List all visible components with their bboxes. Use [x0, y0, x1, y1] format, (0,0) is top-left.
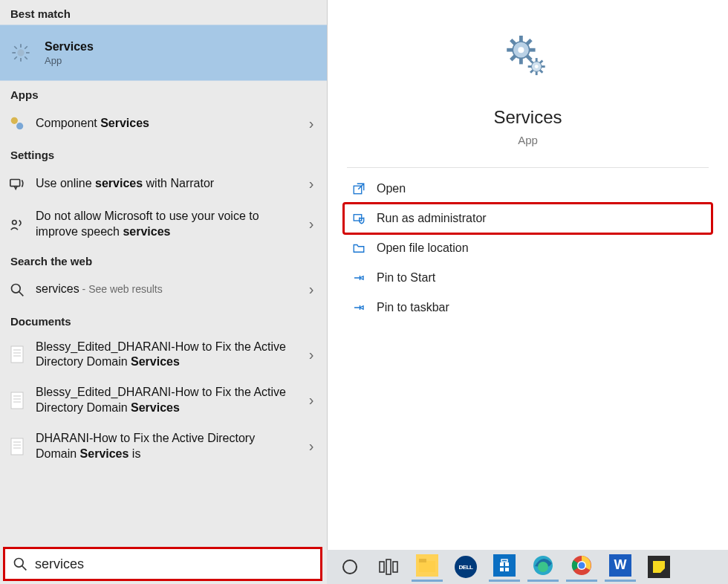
- search-icon: [7, 280, 27, 299]
- svg-line-35: [510, 40, 515, 45]
- action-pin-tb[interactable]: Pin to taskbar: [344, 293, 712, 322]
- svg-line-5: [14, 46, 17, 49]
- chevron-right-icon: ›: [305, 215, 318, 233]
- preview-panel: Services App OpenRun as administratorOpe…: [327, 0, 728, 550]
- document-result[interactable]: Blessy_Edited_DHARANI-How to Fix the Act…: [0, 332, 327, 378]
- results-area: Best match Services App Apps Component S…: [0, 0, 327, 584]
- chevron-right-icon: ›: [305, 438, 318, 455]
- document-result[interactable]: Blessy_Edited_DHARANI-How to Fix the Act…: [0, 377, 327, 424]
- chevron-right-icon: ›: [305, 346, 318, 363]
- taskbar-task-view[interactable]: [373, 552, 404, 582]
- svg-rect-52: [380, 562, 384, 572]
- svg-rect-57: [500, 562, 504, 566]
- search-box[interactable]: [3, 547, 322, 581]
- best-match-item[interactable]: Services App: [0, 25, 327, 81]
- setting-speech-services[interactable]: Do not allow Microsoft to use your voice…: [0, 201, 327, 247]
- taskbar-ms-store[interactable]: [489, 552, 520, 582]
- open-icon: [351, 181, 366, 196]
- pin-start-icon: [351, 270, 366, 285]
- svg-rect-61: [501, 559, 507, 562]
- svg-rect-15: [11, 346, 23, 363]
- search-input[interactable]: [35, 557, 313, 572]
- taskbar-cortana[interactable]: [334, 552, 365, 582]
- preview-title: Services: [328, 107, 728, 128]
- chevron-right-icon: ›: [305, 115, 318, 132]
- preview-sub: App: [328, 134, 728, 146]
- svg-line-28: [22, 566, 27, 571]
- svg-point-51: [343, 560, 357, 574]
- taskbar-word[interactable]: W: [605, 552, 636, 582]
- narrator-icon: [7, 174, 27, 193]
- taskbar: DELL W: [327, 550, 728, 584]
- action-label: Pin to taskbar: [377, 301, 449, 314]
- speech-privacy-icon: [7, 215, 27, 234]
- setting-label: Do not allow Microsoft to use your voice…: [36, 209, 296, 240]
- taskbar-chrome[interactable]: [566, 552, 597, 582]
- apps-header: Apps: [0, 81, 327, 106]
- action-label: Run as administrator: [377, 212, 487, 225]
- svg-line-7: [25, 46, 27, 49]
- document-icon: [7, 391, 27, 410]
- action-open[interactable]: Open: [344, 174, 712, 204]
- search-icon: [13, 557, 27, 571]
- svg-rect-50: [354, 215, 362, 221]
- document-icon: [7, 437, 27, 456]
- app-result-component-services[interactable]: Component Services ›: [0, 106, 327, 141]
- svg-rect-58: [505, 562, 509, 566]
- action-label: Pin to Start: [377, 271, 435, 285]
- best-match-text: Services App: [45, 40, 94, 66]
- best-match-sub: App: [45, 55, 94, 66]
- component-services-icon: [7, 114, 27, 133]
- taskbar-sticky-notes[interactable]: [643, 552, 675, 582]
- svg-line-36: [527, 56, 531, 60]
- action-admin[interactable]: Run as administrator: [344, 204, 712, 233]
- svg-line-8: [14, 56, 17, 59]
- start-search-panel: Best match Services App Apps Component S…: [0, 0, 327, 584]
- svg-line-45: [530, 60, 533, 62]
- svg-line-48: [530, 70, 533, 72]
- document-label: DHARANI-How to Fix the Active Directory …: [36, 431, 296, 462]
- document-result[interactable]: DHARANI-How to Fix the Active Directory …: [0, 424, 327, 470]
- web-search-label: services - See web results: [36, 282, 296, 297]
- documents-header: Documents: [0, 308, 327, 332]
- pin-tb-icon: [351, 300, 366, 315]
- taskbar-dell[interactable]: DELL: [450, 552, 481, 582]
- svg-rect-55: [419, 561, 435, 572]
- app-result-label: Component Services: [36, 116, 296, 132]
- services-large-icon: [498, 30, 558, 89]
- svg-rect-56: [419, 559, 426, 562]
- action-label: Open file location: [377, 241, 469, 255]
- best-match-header: Best match: [0, 0, 327, 25]
- chevron-right-icon: ›: [305, 281, 318, 298]
- taskbar-file-explorer[interactable]: [412, 552, 443, 582]
- web-search-item[interactable]: services - See web results ›: [0, 272, 327, 308]
- svg-point-30: [518, 47, 524, 53]
- svg-line-47: [540, 60, 542, 62]
- svg-line-6: [25, 56, 27, 59]
- svg-rect-11: [10, 180, 20, 186]
- svg-line-38: [510, 56, 515, 60]
- svg-point-27: [15, 559, 24, 568]
- document-label: Blessy_Edited_DHARANI-How to Fix the Act…: [36, 385, 296, 416]
- chevron-right-icon: ›: [305, 175, 318, 192]
- folder-icon: [351, 241, 366, 256]
- chevron-right-icon: ›: [305, 392, 318, 409]
- web-header: Search the web: [0, 247, 327, 272]
- setting-narrator-services[interactable]: Use online services with Narrator ›: [0, 166, 327, 201]
- setting-label: Use online services with Narrator: [36, 176, 296, 192]
- svg-point-40: [534, 65, 538, 68]
- svg-rect-19: [11, 392, 23, 409]
- svg-rect-60: [505, 568, 509, 571]
- taskbar-edge[interactable]: [527, 552, 559, 582]
- svg-point-13: [12, 284, 21, 293]
- action-pin-start[interactable]: Pin to Start: [344, 263, 712, 293]
- svg-point-10: [16, 123, 23, 129]
- svg-rect-59: [500, 568, 504, 571]
- svg-line-46: [540, 70, 542, 72]
- best-match-title: Services: [45, 40, 94, 53]
- svg-rect-54: [393, 562, 397, 572]
- svg-rect-23: [11, 438, 23, 455]
- svg-point-9: [11, 117, 18, 124]
- svg-point-12: [13, 220, 16, 224]
- action-folder[interactable]: Open file location: [344, 233, 712, 263]
